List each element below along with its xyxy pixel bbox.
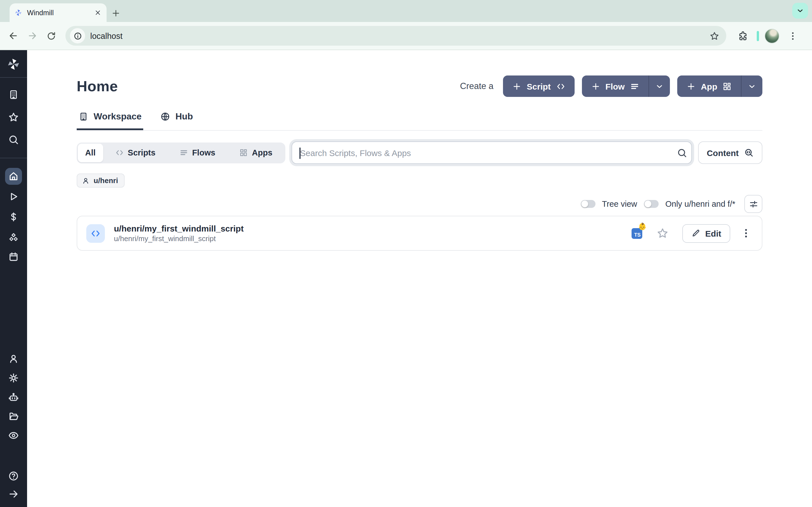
sidebar-item-audit-logs[interactable]	[8, 430, 19, 441]
new-tab-button[interactable]	[108, 6, 123, 20]
building-icon	[79, 112, 89, 122]
search-icon[interactable]	[672, 147, 692, 158]
create-flow-dropdown[interactable]	[649, 75, 670, 97]
windmill-favicon	[14, 8, 22, 17]
chevron-down-icon	[655, 82, 664, 91]
page-title: Home	[77, 77, 118, 95]
search-input[interactable]	[292, 142, 672, 163]
favorite-star-button[interactable]	[656, 226, 669, 240]
create-app-button-group: App	[677, 75, 762, 97]
info-icon[interactable]	[70, 28, 85, 43]
flow-bars-icon	[179, 148, 188, 157]
star-icon	[656, 227, 668, 239]
owner-filter-badge[interactable]: u/henri	[77, 173, 125, 187]
sidebar-item-users[interactable]	[8, 353, 19, 364]
sidebar-item-settings[interactable]	[8, 372, 19, 384]
create-script-button[interactable]: Script	[503, 75, 574, 97]
reload-button[interactable]	[42, 26, 61, 45]
home-main: Home Create a Script Flow	[27, 50, 812, 507]
text-caret	[299, 148, 300, 159]
filter-apps[interactable]: Apps	[227, 144, 285, 162]
bookmark-star-icon[interactable]	[706, 27, 723, 44]
filter-all[interactable]: All	[78, 144, 103, 162]
forward-button[interactable]	[22, 26, 42, 45]
tab-hub[interactable]: Hub	[158, 112, 195, 130]
user-icon	[82, 177, 90, 184]
sidebar-item-schedules[interactable]	[8, 251, 19, 263]
browser-window: Windmill localhost	[0, 0, 812, 507]
app-grid-icon	[239, 148, 248, 157]
item-title[interactable]: u/henri/my_first_windmill_script	[114, 223, 631, 234]
sidebar-item-variables[interactable]	[8, 211, 19, 223]
content-label: Content	[707, 148, 739, 158]
tab-workspace-label: Workspace	[94, 112, 142, 122]
tab-search-chevron-button[interactable]	[792, 3, 808, 18]
item-menu-button[interactable]	[738, 225, 754, 241]
view-options-row: Tree view Only u/henri and f/*	[77, 195, 762, 213]
search-icon	[8, 134, 19, 145]
sidebar-expand-button[interactable]	[8, 489, 19, 500]
create-app-button[interactable]: App	[677, 75, 741, 97]
sidebar-divider	[0, 158, 27, 158]
filter-flows[interactable]: Flows	[167, 144, 227, 162]
windmill-app: Home Create a Script Flow	[0, 50, 812, 507]
url-bar[interactable]: localhost	[65, 26, 726, 46]
app-sidebar	[0, 50, 27, 507]
pencil-icon	[691, 229, 700, 238]
sidebar-item-folders[interactable]	[8, 411, 19, 422]
create-script-label: Script	[527, 81, 551, 91]
bun-runtime-emoji: 👶	[638, 223, 647, 230]
filter-scripts[interactable]: Scripts	[103, 144, 167, 162]
sidebar-item-resources[interactable]	[8, 231, 19, 243]
browser-menu-icon[interactable]	[785, 28, 801, 44]
script-tile	[86, 224, 105, 242]
sidebar-item-runs[interactable]	[8, 191, 19, 202]
filter-row: All Scripts Flows Apps	[77, 142, 762, 164]
edit-label: Edit	[705, 228, 721, 238]
badge-row: u/henri	[77, 173, 762, 187]
close-icon[interactable]	[93, 8, 102, 17]
sidebar-divider	[0, 77, 27, 78]
extensions-puzzle-icon[interactable]	[734, 27, 751, 44]
tab-workspace[interactable]: Workspace	[77, 112, 143, 130]
back-button[interactable]	[3, 26, 22, 45]
browser-toolbar: localhost	[0, 22, 812, 50]
plus-icon	[591, 81, 600, 91]
only-owner-toggle[interactable]	[644, 200, 659, 208]
tab-strip: Windmill	[0, 0, 812, 22]
folder-open-icon	[8, 411, 19, 422]
tree-view-toggle[interactable]	[580, 200, 595, 208]
help-circle-icon	[8, 470, 19, 482]
sidebar-item-home[interactable]	[5, 168, 22, 185]
code-icon	[115, 148, 124, 157]
script-list-item[interactable]: u/henri/my_first_windmill_script u/henri…	[77, 216, 762, 251]
sidebar-item-help[interactable]	[8, 470, 19, 482]
create-label: Create a	[460, 81, 493, 91]
sidebar-item-workers[interactable]	[8, 392, 19, 403]
arrow-right-icon	[8, 489, 19, 500]
edit-button[interactable]: Edit	[682, 224, 730, 242]
profile-avatar[interactable]	[765, 29, 779, 43]
create-app-label: App	[701, 81, 717, 91]
create-flow-label: Flow	[605, 81, 624, 91]
dollar-icon	[8, 211, 19, 223]
content-search-button[interactable]: Content	[698, 142, 762, 164]
source-tabs: Workspace Hub	[77, 112, 762, 131]
create-flow-button[interactable]: Flow	[581, 75, 648, 97]
tab-title: Windmill	[27, 9, 93, 17]
globe-icon	[160, 112, 170, 122]
flow-bars-icon	[630, 81, 640, 91]
item-text: u/henri/my_first_windmill_script u/henri…	[114, 223, 631, 243]
create-app-dropdown[interactable]	[741, 75, 762, 97]
tab-hub-label: Hub	[175, 112, 193, 122]
display-settings-button[interactable]	[744, 195, 762, 213]
windmill-logo	[6, 57, 21, 71]
sidebar-item-workspace[interactable]	[8, 89, 19, 100]
search-box	[292, 142, 692, 164]
home-icon	[8, 171, 19, 182]
browser-tab-windmill[interactable]: Windmill	[10, 3, 107, 22]
sidebar-item-search[interactable]	[8, 134, 19, 145]
toolbar-right	[734, 27, 801, 44]
sidebar-item-favorites[interactable]	[8, 112, 19, 123]
url-text: localhost	[90, 31, 706, 40]
